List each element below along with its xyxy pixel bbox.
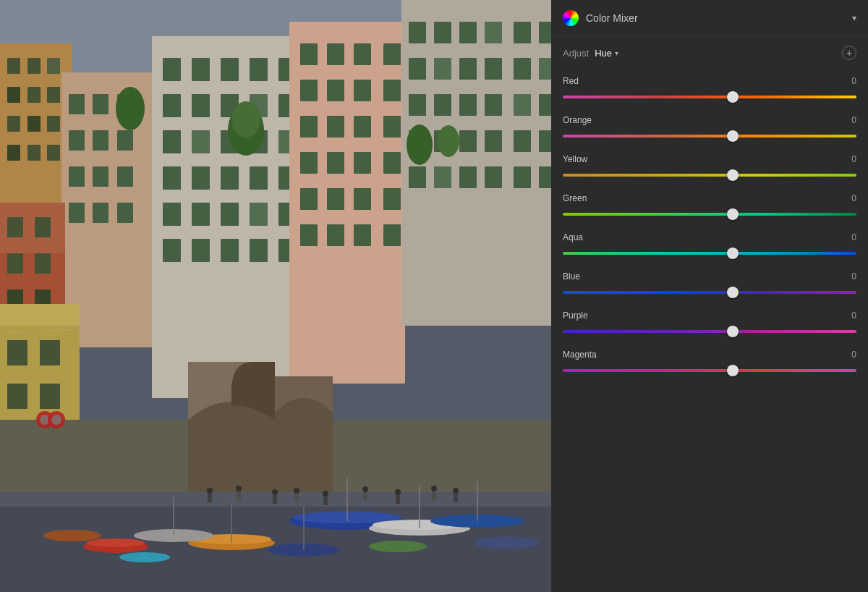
plus-icon: +: [846, 47, 852, 59]
slider-track-container-blue[interactable]: [563, 286, 856, 299]
slider-value-yellow: 0: [851, 154, 856, 164]
slider-name-purple: Purple: [563, 310, 588, 321]
panel-collapse-icon[interactable]: ▾: [852, 13, 856, 23]
slider-header-red: Red 0: [563, 76, 856, 86]
color-wheel-icon: [563, 10, 579, 26]
slider-name-yellow: Yellow: [563, 154, 587, 164]
slider-header-blue: Blue 0: [563, 271, 856, 282]
slider-value-orange: 0: [851, 115, 856, 125]
adjust-mode-dropdown[interactable]: Hue ▾: [595, 48, 618, 59]
sliders-container: Red 0 Orange 0 Yellow 0 Gr: [551, 66, 868, 387]
slider-thumb-magenta[interactable]: [727, 365, 739, 376]
slider-header-orange: Orange 0: [563, 115, 856, 125]
slider-track-container-orange[interactable]: [563, 130, 856, 143]
slider-value-green: 0: [851, 193, 856, 203]
slider-row-orange: Orange 0: [563, 109, 856, 148]
slider-track-container-green[interactable]: [563, 208, 856, 221]
slider-name-magenta: Magenta: [563, 350, 597, 360]
slider-thumb-purple[interactable]: [727, 326, 739, 337]
slider-name-orange: Orange: [563, 115, 592, 125]
panel-header: Color Mixer ▾: [551, 0, 868, 37]
slider-track-purple: [563, 330, 856, 333]
slider-value-aqua: 0: [851, 232, 856, 242]
slider-track-blue: [563, 291, 856, 294]
slider-thumb-aqua[interactable]: [727, 248, 739, 259]
slider-header-green: Green 0: [563, 193, 856, 203]
svg-rect-193: [0, 0, 551, 592]
slider-thumb-yellow[interactable]: [727, 169, 739, 181]
photo-panel: [0, 0, 551, 592]
slider-header-purple: Purple 0: [563, 310, 856, 321]
adjust-label: Adjust: [563, 48, 589, 59]
slider-row-purple: Purple 0: [563, 305, 856, 344]
slider-thumb-blue[interactable]: [727, 287, 739, 298]
adjust-mode-value: Hue: [595, 48, 612, 59]
slider-value-magenta: 0: [851, 350, 856, 360]
slider-track-container-magenta[interactable]: [563, 364, 856, 377]
right-panel: Color Mixer ▾ Adjust Hue ▾ + Red 0 Orang…: [551, 0, 868, 592]
slider-header-aqua: Aqua 0: [563, 232, 856, 242]
slider-thumb-orange[interactable]: [727, 130, 739, 142]
slider-thumb-green[interactable]: [727, 208, 739, 220]
slider-name-aqua: Aqua: [563, 232, 583, 242]
slider-track-container-yellow[interactable]: [563, 169, 856, 182]
slider-value-blue: 0: [851, 271, 856, 282]
slider-name-blue: Blue: [563, 271, 580, 282]
slider-row-blue: Blue 0: [563, 266, 856, 305]
slider-track-green: [563, 213, 856, 216]
slider-row-magenta: Magenta 0: [563, 344, 856, 383]
slider-row-aqua: Aqua 0: [563, 227, 856, 266]
photo-image: [0, 0, 551, 592]
slider-value-red: 0: [851, 76, 856, 86]
panel-title: Color Mixer: [586, 12, 852, 24]
slider-thumb-red[interactable]: [727, 91, 739, 103]
slider-track-aqua: [563, 252, 856, 255]
slider-track-orange: [563, 135, 856, 138]
slider-row-red: Red 0: [563, 70, 856, 109]
slider-name-red: Red: [563, 76, 579, 86]
slider-track-container-aqua[interactable]: [563, 247, 856, 260]
add-button[interactable]: +: [842, 46, 856, 60]
adjust-row: Adjust Hue ▾ +: [551, 37, 868, 66]
slider-track-container-purple[interactable]: [563, 325, 856, 338]
slider-track-container-red[interactable]: [563, 90, 856, 103]
slider-header-yellow: Yellow 0: [563, 154, 856, 164]
slider-value-purple: 0: [851, 310, 856, 321]
slider-header-magenta: Magenta 0: [563, 350, 856, 360]
slider-row-yellow: Yellow 0: [563, 148, 856, 187]
slider-name-green: Green: [563, 193, 587, 203]
slider-track-red: [563, 96, 856, 98]
slider-row-green: Green 0: [563, 187, 856, 227]
adjust-dropdown-arrow: ▾: [615, 49, 618, 57]
slider-track-yellow: [563, 174, 856, 177]
slider-track-magenta: [563, 369, 856, 372]
